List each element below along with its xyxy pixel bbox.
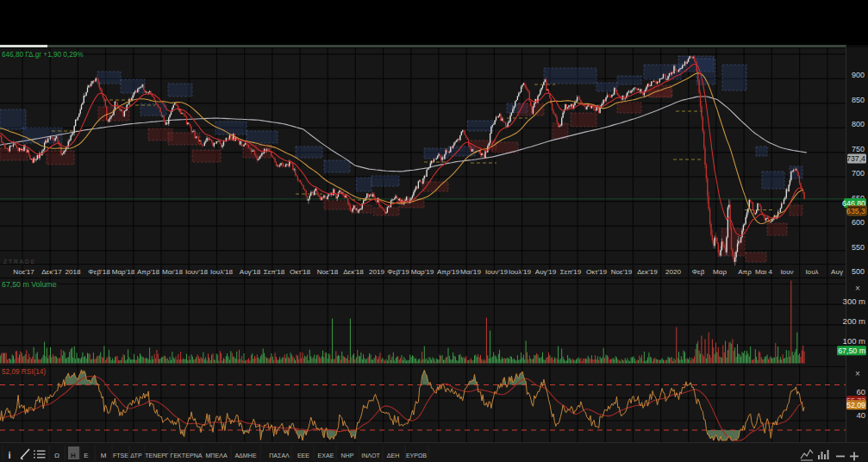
svg-text:600: 600 [852, 218, 865, 227]
svg-text:646,80 ΓΔ.gr +1,90 0,29%: 646,80 ΓΔ.gr +1,90 0,29% [2, 51, 84, 59]
svg-text:Ιουλ'18: Ιουλ'18 [210, 268, 233, 276]
svg-text:ΝΗΡ: ΝΗΡ [341, 453, 354, 459]
svg-text:800: 800 [852, 120, 865, 128]
svg-text:52,09 RSI(14): 52,09 RSI(14) [2, 368, 46, 376]
svg-text:ΕΧΑΕ: ΕΧΑΕ [318, 453, 334, 459]
svg-text:ΕΥΡΩΒ: ΕΥΡΩΒ [406, 453, 427, 459]
svg-text:Ιουν'19: Ιουν'19 [485, 268, 508, 276]
svg-text:Δεκ'19: Δεκ'19 [637, 268, 658, 276]
svg-text:ΤΕΝΕΡΓ: ΤΕΝΕΡΓ [145, 453, 169, 459]
svg-text:67,50 m: 67,50 m [838, 346, 865, 355]
svg-text:Η: Η [71, 452, 76, 459]
svg-text:200 m: 200 m [843, 316, 865, 326]
svg-text:Αυγ'18: Αυγ'18 [240, 268, 261, 276]
svg-text:Αυγ: Αυγ [831, 268, 844, 276]
svg-text:×: × [855, 369, 860, 378]
svg-text:ΑΔΜΗΕ: ΑΔΜΗΕ [234, 453, 257, 459]
svg-text:Φεβ'18: Φεβ'18 [88, 268, 110, 276]
svg-text:737,4: 737,4 [846, 154, 865, 163]
svg-text:Αυγ'19: Αυγ'19 [535, 268, 557, 276]
svg-text:ΠΑΣΑΛ: ΠΑΣΑΛ [269, 453, 290, 459]
svg-text:Μαι'18: Μαι'18 [162, 268, 183, 276]
svg-text:Φεβ'19: Φεβ'19 [387, 268, 409, 276]
svg-text:Οκτ'19: Οκτ'19 [586, 268, 608, 276]
svg-text:Νοε'19: Νοε'19 [611, 268, 633, 276]
svg-text:Δεκ'18: Δεκ'18 [343, 268, 364, 276]
svg-text:Απρ'19: Απρ'19 [437, 268, 460, 276]
svg-text:ΙΝΛΟΤ: ΙΝΛΟΤ [361, 453, 380, 459]
svg-text:ΕΕΕ: ΕΕΕ [297, 453, 309, 459]
svg-text:Ε: Ε [84, 452, 88, 459]
svg-text:Μ: Μ [101, 452, 107, 459]
svg-text:Ιουλ: Ιουλ [805, 268, 818, 276]
svg-text:900: 900 [852, 71, 865, 79]
svg-text:i: i [8, 450, 10, 460]
svg-text:Νοε'17: Νοε'17 [13, 268, 34, 276]
svg-text:Σεπ'19: Σεπ'19 [560, 268, 582, 276]
svg-text:850: 850 [852, 96, 865, 104]
svg-text:Μαρ: Μαρ [713, 268, 727, 276]
svg-text:Ιουν'18: Ιουν'18 [185, 268, 208, 276]
svg-text:550: 550 [852, 243, 865, 252]
svg-text:Μαρ'19: Μαρ'19 [411, 268, 434, 276]
svg-text:Μαι 4: Μαι 4 [755, 268, 772, 276]
svg-text:ΜΠΕΛΑ: ΜΠΕΛΑ [205, 453, 228, 459]
svg-text:40: 40 [856, 410, 865, 420]
svg-text:ΔΤΡ: ΔΤΡ [130, 453, 142, 459]
svg-text:ZTRADE: ZTRADE [3, 259, 36, 265]
svg-text:Οκτ'18: Οκτ'18 [290, 268, 311, 276]
svg-text:2020: 2020 [665, 268, 682, 276]
svg-text:635,3: 635,3 [846, 207, 865, 215]
svg-text:ΔΕΗ: ΔΕΗ [387, 453, 400, 459]
svg-text:60: 60 [856, 387, 865, 396]
svg-text:700: 700 [852, 169, 865, 178]
svg-text:Ιουλ'19: Ιουλ'19 [509, 268, 531, 276]
svg-text:300 m: 300 m [843, 297, 865, 306]
svg-text:Μαρ'18: Μαρ'18 [112, 268, 135, 276]
svg-text:100 m: 100 m [843, 336, 865, 346]
svg-text:FTSE: FTSE [113, 453, 128, 459]
svg-text:Νοε'18: Νοε'18 [317, 268, 339, 276]
svg-text:ΓΕΚΤΕΡΝΑ: ΓΕΚΤΕΡΝΑ [170, 453, 202, 459]
svg-text:Απρ'18: Απρ'18 [137, 268, 160, 276]
svg-text:Ιουν: Ιουν [780, 268, 793, 276]
svg-text:2019: 2019 [369, 268, 385, 276]
svg-text:Απρ: Απρ [738, 268, 752, 276]
svg-text:×: × [855, 284, 860, 293]
svg-text:67,50 m Volume: 67,50 m Volume [2, 280, 57, 289]
svg-text:52,09: 52,09 [846, 401, 865, 409]
svg-text:Φεβ: Φεβ [692, 268, 705, 276]
svg-text:750: 750 [852, 145, 865, 153]
svg-text:Σεπ'18: Σεπ'18 [264, 268, 285, 276]
svg-text:500: 500 [852, 267, 865, 276]
svg-text:Δεκ'17: Δεκ'17 [41, 268, 62, 276]
svg-text:Μαι'19: Μαι'19 [460, 268, 481, 276]
svg-text:2018: 2018 [65, 268, 81, 276]
svg-text:Ω: Ω [54, 452, 59, 459]
